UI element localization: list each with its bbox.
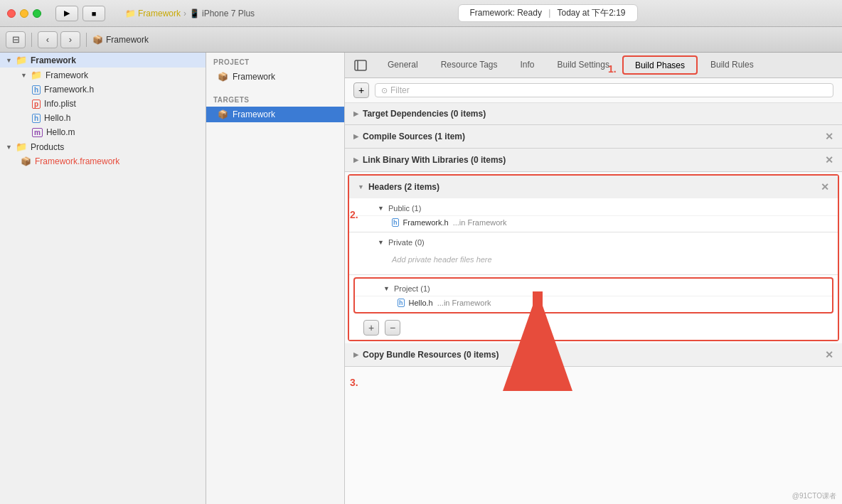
traffic-lights xyxy=(7,9,41,18)
public-label: Public (1) xyxy=(388,204,421,213)
tab-build-phases[interactable]: Build Phases xyxy=(622,55,698,75)
fullscreen-button[interactable] xyxy=(33,9,41,18)
sidebar-item-label: Framework xyxy=(31,55,76,65)
main-area: ▼ 📁 Framework ▼ 📁 Framework h Framework.… xyxy=(0,53,842,504)
headers-header[interactable]: ▼ Headers (2 items) ✕ xyxy=(349,176,838,198)
nav-back-button[interactable]: ‹ xyxy=(38,31,58,48)
chevron-right-icon: ▶ xyxy=(353,133,358,140)
chevron-down-icon: ▼ xyxy=(358,183,364,191)
status-display: Framework: Ready | Today at 下午2:19 xyxy=(458,4,638,22)
tab-bar: General Resource Tags Info Build Setting… xyxy=(345,53,842,78)
file-name: Hello.h xyxy=(409,299,433,307)
chevron-icon: ▼ xyxy=(6,57,12,64)
sidebar-item-framework-root[interactable]: ▼ 📁 Framework xyxy=(0,53,206,68)
chevron-right-icon: ▶ xyxy=(353,156,358,163)
private-empty-msg: Add private header files here xyxy=(349,250,838,269)
panel-toggle-button[interactable]: ⊟ xyxy=(6,31,26,48)
sidebar-item-hello-m[interactable]: m Hello.m xyxy=(0,125,206,139)
framework-h-row[interactable]: h Framework.h ...in Framework xyxy=(349,215,838,229)
sidebar-item-label: Framework.h xyxy=(44,85,94,95)
nav-forward-button[interactable]: › xyxy=(60,31,80,48)
project-sub-header[interactable]: ▼ Project (1) xyxy=(355,282,832,296)
h-file-icon: h xyxy=(398,299,405,307)
target-item-framework[interactable]: 📦 Framework xyxy=(206,107,344,122)
play-button[interactable]: ▶ xyxy=(55,6,78,21)
framework-icon: 📦 xyxy=(21,156,31,166)
headers-section: ▼ Headers (2 items) ✕ ▼ Public (1) h Fra… xyxy=(348,174,839,341)
close-button[interactable] xyxy=(7,9,16,18)
breadcrumb-project[interactable]: 📁 Framework xyxy=(125,9,181,18)
stop-button[interactable]: ■ xyxy=(82,6,105,21)
close-icon[interactable]: ✕ xyxy=(825,349,833,360)
tab-general[interactable]: General xyxy=(376,53,430,77)
project-item-framework[interactable]: 📦 Framework xyxy=(206,69,344,85)
project-item-label: Framework xyxy=(233,72,275,82)
chevron-icon: ▼ xyxy=(21,72,27,79)
link-binary-header[interactable]: ▶ Link Binary With Libraries (0 items) ✕ xyxy=(345,149,842,171)
filter-box[interactable]: ⊙ Filter xyxy=(375,83,833,97)
target-deps-section: ▶ Target Dependencies (0 items) xyxy=(345,103,842,125)
chevron-down-icon: ▼ xyxy=(383,285,390,292)
folder-icon: 📁 xyxy=(16,55,27,65)
h-file-icon: h xyxy=(32,114,41,123)
framework-file-icon: 📦 xyxy=(92,35,103,45)
sidebar-item-products[interactable]: ▼ 📁 Products xyxy=(0,139,206,154)
build-phases-content: + ⊙ Filter ▶ Target Dependencies (0 item… xyxy=(345,78,842,504)
add-item-button[interactable]: + xyxy=(363,320,379,336)
tab-info[interactable]: Info xyxy=(509,53,546,77)
sidebar-item-info-plist[interactable]: p Info.plist xyxy=(0,97,206,111)
chevron-right-icon: ▶ xyxy=(353,110,358,117)
sidebar-item-framework-folder[interactable]: ▼ 📁 Framework xyxy=(0,68,206,82)
sidebar-item-label: Hello.m xyxy=(46,127,75,137)
copy-bundle-header[interactable]: ▶ Copy Bundle Resources (0 items) ✕ xyxy=(345,343,842,366)
close-icon[interactable]: ✕ xyxy=(825,131,833,142)
tab-resource-tags[interactable]: Resource Tags xyxy=(430,53,509,77)
panel-icon[interactable] xyxy=(351,53,371,77)
plist-icon: p xyxy=(32,100,41,109)
compile-sources-header[interactable]: ▶ Compile Sources (1 item) ✕ xyxy=(345,125,842,148)
build-toolbar: + ⊙ Filter xyxy=(345,78,842,103)
watermark: @91CTO课者 xyxy=(792,491,836,501)
sidebar-item-label: Framework xyxy=(46,70,88,80)
compile-sources-section: ▶ Compile Sources (1 item) ✕ xyxy=(345,125,842,149)
phase-title: Compile Sources (1 item) xyxy=(363,132,465,141)
playback-controls: ▶ ■ xyxy=(55,6,105,21)
sidebar-item-label: Hello.h xyxy=(44,113,70,123)
sidebar-item-hello-h[interactable]: h Hello.h xyxy=(0,111,206,125)
svg-rect-0 xyxy=(355,60,366,70)
hello-h-row[interactable]: h Hello.h ...in Framework xyxy=(355,296,832,309)
targets-section-header: TARGETS xyxy=(206,90,344,107)
target-icon: 📦 xyxy=(218,109,228,119)
minimize-button[interactable] xyxy=(20,9,28,18)
chevron-down-icon: ▼ xyxy=(378,205,384,212)
sidebar-item-label: Framework.framework xyxy=(35,156,119,166)
sidebar-item-framework-h[interactable]: h Framework.h xyxy=(0,82,206,97)
close-icon[interactable]: ✕ xyxy=(825,154,833,166)
add-phase-button[interactable]: + xyxy=(353,82,369,98)
sidebar-item-framework-framework[interactable]: 📦 Framework.framework xyxy=(0,154,206,168)
close-icon[interactable]: ✕ xyxy=(821,181,829,193)
public-subsection: ▼ Public (1) h Framework.h ...in Framewo… xyxy=(349,198,838,232)
target-deps-header[interactable]: ▶ Target Dependencies (0 items) xyxy=(345,103,842,124)
tab-build-rules[interactable]: Build Rules xyxy=(699,53,765,77)
project-label: Project (1) xyxy=(394,284,430,293)
filter-icon: ⊙ xyxy=(381,86,388,95)
toolbar-separator xyxy=(31,33,32,47)
file-path: ...in Framework xyxy=(453,218,507,227)
folder-icon: 📁 xyxy=(31,70,42,80)
chevron-down-icon: ▼ xyxy=(378,239,384,246)
target-item-label: Framework xyxy=(233,109,275,119)
headers-title: Headers (2 items) xyxy=(368,182,439,192)
copy-bundle-section: ▶ Copy Bundle Resources (0 items) ✕ xyxy=(345,343,842,367)
breadcrumb-separator: › xyxy=(183,9,186,18)
remove-item-button[interactable]: − xyxy=(385,320,400,336)
link-binary-section: ▶ Link Binary With Libraries (0 items) ✕ xyxy=(345,149,842,172)
breadcrumb: 📁 Framework › 📱 iPhone 7 Plus xyxy=(125,9,255,18)
public-sub-header[interactable]: ▼ Public (1) xyxy=(349,201,838,215)
tab-build-settings[interactable]: Build Settings xyxy=(546,53,621,77)
phase-title: Copy Bundle Resources (0 items) xyxy=(363,350,499,360)
device-icon: 📱 xyxy=(189,9,200,18)
editor: General Resource Tags Info Build Setting… xyxy=(345,53,842,504)
private-sub-header[interactable]: ▼ Private (0) xyxy=(349,235,838,250)
phase-actions: + − xyxy=(349,316,838,340)
